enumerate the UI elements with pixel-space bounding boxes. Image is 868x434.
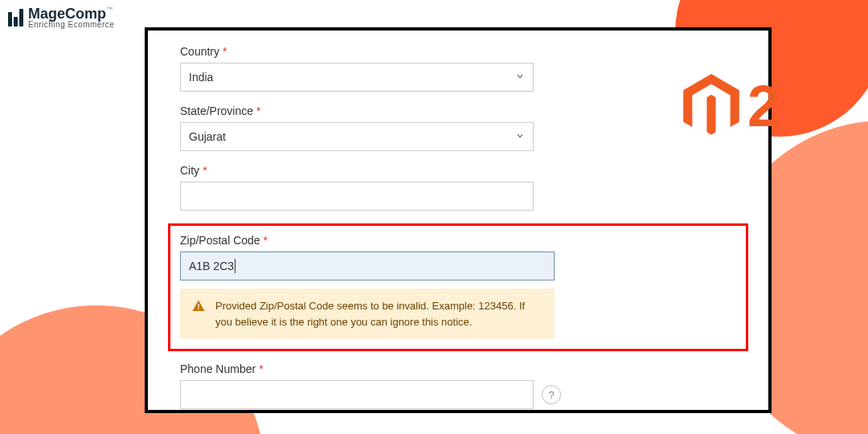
zip-warning: Provided Zip/Postal Code seems to be inv… [180,289,555,339]
city-label: City* [180,164,736,177]
magecomp-mark-icon [8,9,23,27]
zip-input[interactable]: A1B 2C3 [180,252,555,280]
svg-rect-1 [198,309,199,310]
country-select[interactable]: India [180,63,534,92]
zip-highlight-box: Zip/Postal Code* A1B 2C3 Provided Zip/Po… [168,223,748,351]
required-asterisk: * [264,234,268,247]
brand-tagline: Enriching Ecommerce [28,21,114,29]
chevron-down-icon [515,71,525,84]
country-label: Country* [180,45,736,58]
zip-value: A1B 2C3 [189,260,234,272]
required-asterisk: * [256,104,260,117]
brand-tm: ™ [106,6,113,13]
svg-rect-0 [198,304,199,308]
brand-name: MageComp [28,6,106,22]
state-value: Gujarat [189,130,226,143]
state-row: State/Province* Gujarat [180,104,736,151]
phone-input[interactable] [180,380,534,409]
chevron-down-icon [515,130,525,143]
magecomp-logo: MageComp™ Enriching Ecommerce [8,6,114,29]
required-asterisk: * [259,362,263,375]
country-row: Country* India [180,45,736,92]
form-panel: Country* India State/Province* Gujarat C… [145,27,772,413]
zip-warning-text: Provided Zip/Postal Code seems to be inv… [215,298,543,330]
help-icon[interactable]: ? [542,385,561,404]
state-label: State/Province* [180,104,736,117]
phone-row: Phone Number* ? [180,362,736,409]
state-select[interactable]: Gujarat [180,122,534,151]
magento-icon [683,74,739,138]
text-cursor [235,259,235,273]
magento2-badge: 2 [683,74,780,138]
phone-label: Phone Number* [180,362,736,375]
country-value: India [189,71,213,84]
required-asterisk: * [203,164,207,177]
required-asterisk: * [223,45,227,58]
magento-version: 2 [747,77,780,135]
warning-icon [191,299,206,318]
zip-label: Zip/Postal Code* [180,234,736,247]
city-row: City* [180,164,736,211]
city-input[interactable] [180,182,534,211]
